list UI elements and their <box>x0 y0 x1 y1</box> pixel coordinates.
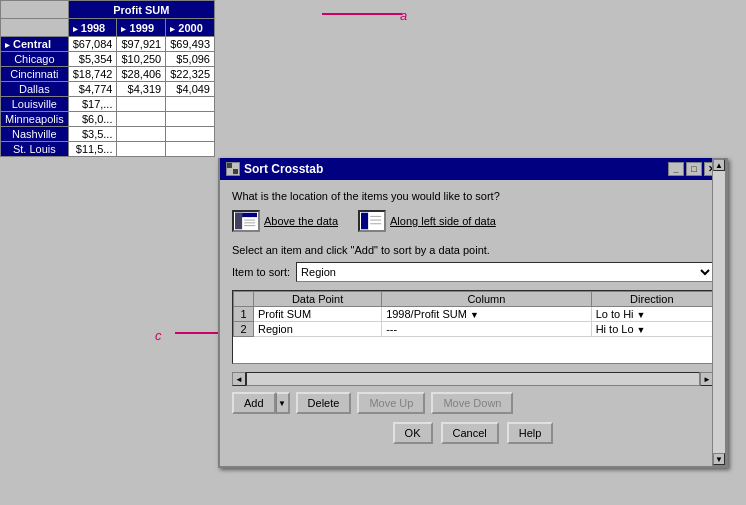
arrow-a <box>322 13 402 15</box>
left-side-label: Along left side of data <box>390 215 496 227</box>
move-down-button[interactable]: Move Down <box>431 392 513 414</box>
cincinnati-1998: $18,742 <box>68 67 117 82</box>
move-up-button[interactable]: Move Up <box>357 392 425 414</box>
row-louisville-label: Louisville <box>1 97 69 112</box>
row-stlouis-label: St. Louis <box>1 142 69 157</box>
left-side-icon <box>358 210 386 232</box>
row-dallas-label: Dallas <box>1 82 69 97</box>
add-button-group: Add ▼ <box>232 392 290 414</box>
item-sort-row: Item to sort: Region <box>232 262 714 282</box>
dallas-1998: $4,774 <box>68 82 117 97</box>
year-1998: ▸ 1998 <box>68 19 117 37</box>
row-cincinnati-label: Cincinnati <box>1 67 69 82</box>
svg-rect-2 <box>227 169 232 174</box>
ok-buttons-row: OK Cancel Help <box>232 422 714 444</box>
sort-table-scrollbar-v[interactable]: ▲ ▼ <box>712 158 726 466</box>
scroll-left-button[interactable]: ◄ <box>232 372 246 386</box>
above-data-button[interactable]: Above the data <box>232 210 338 232</box>
row-chicago-label: Chicago <box>1 52 69 67</box>
crosstab-table: Profit SUM ▸ 1998 ▸ 1999 ▸ 2000 ▸ Centra… <box>0 0 215 157</box>
sort-table-container: Data Point Column Direction 1 Profit SUM… <box>232 290 714 364</box>
sort-table: Data Point Column Direction 1 Profit SUM… <box>233 291 713 337</box>
action-buttons-row: Add ▼ Delete Move Up Move Down <box>232 392 714 414</box>
svg-rect-1 <box>233 163 238 168</box>
add-button[interactable]: Add <box>232 392 276 414</box>
help-button[interactable]: Help <box>507 422 554 444</box>
sort-row-1[interactable]: 1 Profit SUM 1998/Profit SUM ▼ Lo to Hi … <box>234 307 713 322</box>
col-direction-header: Direction <box>591 292 712 307</box>
cincinnati-2000: $22,325 <box>166 67 215 82</box>
sort-row-2-datapoint: Region <box>254 322 382 337</box>
row-central-label: ▸ Central <box>1 37 69 52</box>
central-2000: $69,493 <box>166 37 215 52</box>
dallas-1999: $4,319 <box>117 82 166 97</box>
sort-row-1-column: 1998/Profit SUM ▼ <box>382 307 592 322</box>
svg-rect-10 <box>361 213 368 230</box>
louisville-1998: $17,... <box>68 97 117 112</box>
central-1999: $97,921 <box>117 37 166 52</box>
h-scroll-track <box>246 372 700 386</box>
sort-row-1-datapoint: Profit SUM <box>254 307 382 322</box>
col-column-header: Column <box>382 292 592 307</box>
ok-button[interactable]: OK <box>393 422 433 444</box>
minneapolis-1998: $6,0... <box>68 112 117 127</box>
add-dropdown-button[interactable]: ▼ <box>276 392 290 414</box>
profit-sum-header: Profit SUM <box>68 1 214 19</box>
scroll-up-button[interactable]: ▲ <box>713 159 725 171</box>
above-data-label: Above the data <box>264 215 338 227</box>
year-1999: ▸ 1999 <box>117 19 166 37</box>
delete-button[interactable]: Delete <box>296 392 352 414</box>
sort-crosstab-dialog: Sort Crosstab _ □ ✕ What is the location… <box>218 158 728 468</box>
year-2000: ▸ 2000 <box>166 19 215 37</box>
svg-rect-3 <box>233 169 238 174</box>
row-nashville-label: Nashville <box>1 127 69 142</box>
maximize-button[interactable]: □ <box>686 162 702 176</box>
sort-row-2-column: --- <box>382 322 592 337</box>
location-question: What is the location of the items you wo… <box>232 190 714 202</box>
chicago-1999: $10,250 <box>117 52 166 67</box>
col-num-header <box>234 292 254 307</box>
dialog-body: What is the location of the items you wo… <box>220 180 726 452</box>
row-minneapolis-label: Minneapolis <box>1 112 69 127</box>
annotation-c: c <box>155 328 162 343</box>
svg-rect-11 <box>368 213 383 230</box>
dialog-title: Sort Crosstab <box>244 162 323 176</box>
svg-rect-5 <box>235 213 242 230</box>
location-buttons-group: Above the data Along left side of data <box>232 210 714 232</box>
item-sort-select[interactable]: Region <box>296 262 714 282</box>
chicago-2000: $5,096 <box>166 52 215 67</box>
left-side-button[interactable]: Along left side of data <box>358 210 496 232</box>
nashville-1998: $3,5... <box>68 127 117 142</box>
scroll-down-button[interactable]: ▼ <box>713 453 725 465</box>
sort-table-scrollbar-h: ◄ ► <box>232 372 714 386</box>
minimize-button[interactable]: _ <box>668 162 684 176</box>
sort-row-1-direction: Lo to Hi ▼ <box>591 307 712 322</box>
cancel-button[interactable]: Cancel <box>441 422 499 444</box>
dialog-icon <box>226 162 240 176</box>
item-sort-label: Item to sort: <box>232 266 290 278</box>
central-1998: $67,084 <box>68 37 117 52</box>
chicago-1998: $5,354 <box>68 52 117 67</box>
dallas-2000: $4,049 <box>166 82 215 97</box>
stlouis-1998: $11,5... <box>68 142 117 157</box>
col-datapoint-header: Data Point <box>254 292 382 307</box>
sort-row-2-direction: Hi to Lo ▼ <box>591 322 712 337</box>
scroll-track <box>713 171 725 453</box>
svg-rect-0 <box>227 163 232 168</box>
select-instruction: Select an item and click "Add" to sort b… <box>232 244 714 256</box>
above-data-icon <box>232 210 260 232</box>
sort-row-2[interactable]: 2 Region --- Hi to Lo ▼ <box>234 322 713 337</box>
cincinnati-1999: $28,406 <box>117 67 166 82</box>
annotation-a: a <box>400 8 407 23</box>
dialog-titlebar: Sort Crosstab _ □ ✕ <box>220 158 726 180</box>
